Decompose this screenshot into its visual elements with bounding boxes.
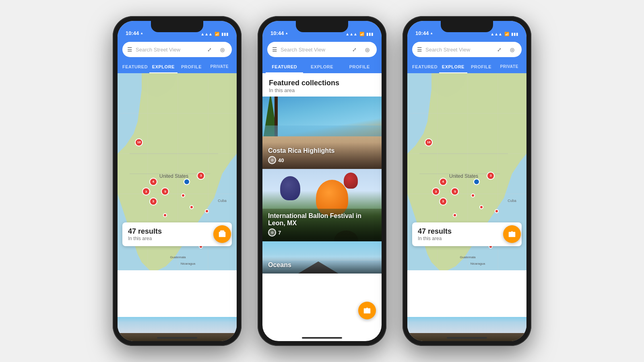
results-sub-right: In this area (418, 236, 516, 241)
balloon-name: International Ballon Festival in Leon, M… (268, 212, 376, 227)
menu-icon-right[interactable]: ☰ (417, 46, 422, 53)
svg-text:United States: United States (449, 173, 478, 179)
costa-rica-name: Costa Rica Highlights (268, 147, 376, 154)
costa-rica-count: ⊙ 40 (268, 156, 376, 164)
tab-profile-right[interactable]: PROFILE (467, 60, 495, 73)
results-count-left: 47 results (128, 227, 226, 236)
expand-icon-middle[interactable]: ⤢ (349, 45, 359, 54)
pin-3-1-right[interactable]: 3 (487, 172, 495, 180)
tab-explore-middle[interactable]: EXPLORE (303, 60, 341, 73)
search-bar-right: ☰ Search Street View ⤢ ◎ (407, 39, 526, 60)
search-input-right[interactable]: ☰ Search Street View ⤢ ◎ (412, 42, 522, 57)
tab-profile-left[interactable]: PROFILE (178, 60, 206, 73)
pano-icon-costa-rica: ⊙ (268, 156, 276, 164)
notch-left (151, 21, 203, 32)
location-icon-right[interactable]: ◎ (507, 45, 517, 54)
pin-5-left[interactable]: 5 (161, 187, 169, 195)
balloon-count: ⊙ 7 (268, 228, 376, 237)
search-input-middle[interactable]: ☰ Search Street View ⤢ ◎ (267, 42, 377, 57)
collections-subtitle-middle: In this area (269, 87, 375, 93)
costa-rica-overlay: Costa Rica Highlights ⊙ 40 (262, 142, 382, 169)
camera-icon-left (218, 230, 227, 239)
camera-icon-middle (363, 306, 372, 315)
tab-explore-right[interactable]: EXPLORE (439, 60, 467, 73)
search-bar-left: ☰ Search Street View ⤢ ◎ (118, 39, 237, 60)
collections-container-middle: Featured collections In this area (262, 73, 382, 323)
tab-featured-left[interactable]: FEATURED (121, 60, 149, 73)
tabs-middle: FEATURED EXPLORE PROFILE (262, 60, 382, 73)
search-bar-middle: ☰ Search Street View ⤢ ◎ (262, 39, 382, 60)
svg-text:Cuba: Cuba (218, 199, 227, 203)
pin-4-left[interactable]: 4 (149, 178, 157, 186)
camera-fab-right[interactable] (503, 225, 521, 243)
menu-icon-left[interactable]: ☰ (127, 46, 132, 53)
balloon-overlay: International Ballon Festival in Leon, M… (262, 208, 382, 241)
home-indicator-right (447, 337, 487, 339)
pin-5-right[interactable]: 5 (451, 187, 459, 195)
search-input-left[interactable]: ☰ Search Street View ⤢ ◎ (122, 42, 232, 57)
svg-text:Guatemala: Guatemala (170, 255, 186, 259)
collections-header-middle: Featured collections In this area (262, 73, 382, 97)
camera-icon-right (508, 230, 516, 239)
tab-featured-middle[interactable]: FEATURED (266, 60, 303, 73)
expand-icon-right[interactable]: ⤢ (494, 45, 504, 54)
pin-sm-3-left[interactable] (205, 209, 209, 213)
tab-explore-left[interactable]: EXPLORE (149, 60, 178, 73)
pin-sm-4-left[interactable] (163, 213, 167, 217)
phone-middle: 10:44 ▲ ▲▲▲ 📶 ▮▮▮ ☰ Search Street View ⤢… (258, 16, 386, 346)
collection-card-oceans[interactable]: Oceans (262, 241, 382, 274)
pin-3-3-left[interactable]: 3 (149, 197, 157, 206)
status-icons-middle: ▲▲▲ 📶 ▮▮▮ (345, 32, 374, 36)
phone-right: 10:44 ▲ ▲▲▲ 📶 ▮▮▮ ☰ Search Street View ⤢… (402, 16, 531, 346)
pin-sm-3-right[interactable] (495, 209, 499, 213)
pin-3-3-right[interactable]: 3 (439, 197, 447, 206)
results-sub-left: In this area (128, 236, 226, 241)
status-icons-left: ▲▲▲ 📶 ▮▮▮ (200, 32, 229, 36)
collections-title-middle: Featured collections (269, 79, 375, 87)
svg-text:Cuba: Cuba (508, 199, 516, 203)
collection-card-balloons[interactable]: International Ballon Festival in Leon, M… (262, 169, 382, 241)
pin-blue-right[interactable] (473, 179, 480, 185)
home-indicator-left (157, 337, 197, 339)
svg-text:Guatemala: Guatemala (460, 255, 476, 259)
pano-icon-balloon: ⊙ (268, 228, 276, 237)
pin-sm-1-right[interactable] (471, 193, 475, 197)
pin-sm-2-right[interactable] (479, 205, 483, 209)
notch-right (441, 21, 493, 32)
tab-private-right[interactable]: PRIVATE (495, 60, 523, 73)
search-text-middle[interactable]: Search Street View (281, 47, 346, 53)
status-time-right: 10:44 ▲ (415, 30, 433, 36)
results-count-right: 47 results (418, 227, 516, 236)
search-text-right[interactable]: Search Street View (425, 47, 491, 53)
svg-text:Nicaragua: Nicaragua (471, 262, 485, 265)
location-icon-middle[interactable]: ◎ (362, 45, 372, 54)
pin-18-left[interactable]: 18 (135, 138, 143, 146)
tab-private-left[interactable]: PRIVATE (205, 60, 233, 73)
map-left[interactable]: United States Mexico Gulf of Mexico Cari… (118, 73, 237, 270)
pin-3-2-left[interactable]: 3 (142, 187, 150, 195)
pin-3-2-right[interactable]: 3 (432, 187, 440, 195)
collection-card-costa-rica[interactable]: Costa Rica Highlights ⊙ 40 (262, 97, 382, 169)
map-right[interactable]: United States Mexico Gulf of Mexico Cari… (407, 73, 526, 270)
ocean-overlay: Oceans (262, 257, 382, 274)
status-time-middle: 10:44 ▲ (270, 30, 288, 36)
camera-fab-middle[interactable] (358, 302, 376, 319)
location-icon-left[interactable]: ◎ (217, 45, 227, 54)
pin-sm-2-left[interactable] (190, 205, 194, 209)
menu-icon-middle[interactable]: ☰ (272, 46, 277, 53)
search-text-left[interactable]: Search Street View (136, 47, 201, 53)
svg-text:United States: United States (159, 173, 188, 179)
tab-featured-right[interactable]: FEATURED (411, 60, 439, 73)
home-indicator-middle (302, 337, 342, 339)
expand-icon-left[interactable]: ⤢ (204, 45, 214, 54)
pin-sm-4-right[interactable] (453, 213, 457, 217)
status-time-left: 10:44 ▲ (126, 30, 143, 36)
pin-4-right[interactable]: 4 (439, 178, 447, 186)
pin-18-right[interactable]: 18 (425, 138, 433, 146)
pin-3-1-left[interactable]: 3 (197, 172, 205, 180)
pin-sm-1-left[interactable] (181, 193, 185, 197)
pin-blue-left[interactable] (184, 179, 190, 185)
camera-fab-left[interactable] (213, 225, 231, 243)
svg-text:Nicaragua: Nicaragua (181, 262, 196, 265)
tab-profile-middle[interactable]: PROFILE (341, 60, 378, 73)
